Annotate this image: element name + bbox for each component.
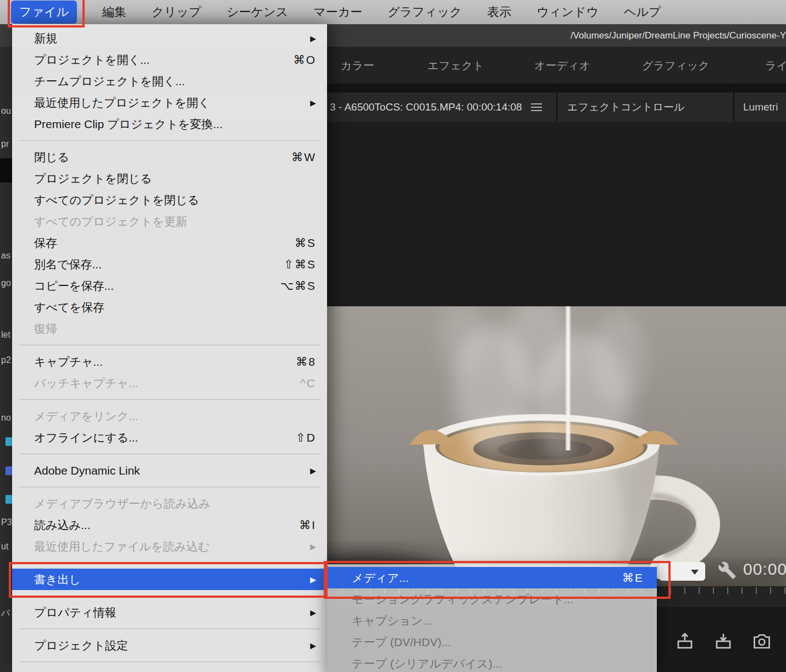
file-menu-item-15: バッチキャプチャ...^C bbox=[12, 372, 327, 394]
file-menu-item-21: 最近使用したファイルを読み込む▶ bbox=[12, 536, 327, 557]
submenu-arrow-icon: ▶ bbox=[310, 641, 316, 650]
file-menu-item-5[interactable]: 閉じる⌘W bbox=[12, 146, 327, 168]
workspace-tab-4[interactable]: ライ bbox=[765, 58, 786, 73]
submenu-arrow-icon: ▶ bbox=[310, 34, 316, 43]
menu-item-shortcut: ⌘O bbox=[294, 53, 316, 67]
menu-item-shortcut: ⌥⌘S bbox=[280, 279, 316, 293]
menu-item-label: 別名で保存... bbox=[34, 257, 284, 272]
file-menu-item-18[interactable]: Adobe Dynamic Link▶ bbox=[12, 460, 327, 481]
lumetri-tab[interactable]: Lumetri bbox=[743, 101, 778, 113]
submenu-arrow-icon: ▶ bbox=[310, 98, 316, 107]
menubar-item-1[interactable]: 編集 bbox=[102, 4, 126, 20]
file-menu-item-0[interactable]: 新規▶ bbox=[12, 27, 327, 49]
file-menu-item-16: メディアをリンク... bbox=[12, 405, 327, 427]
clip-color-chip bbox=[5, 437, 12, 446]
wrench-icon[interactable] bbox=[718, 561, 737, 580]
file-menu-item-7[interactable]: すべてのプロジェクトを閉じる bbox=[12, 189, 327, 211]
menu-separator bbox=[19, 662, 320, 662]
menu-item-label: 読み込み... bbox=[34, 517, 299, 533]
file-menu-item-6[interactable]: プロジェクトを閉じる bbox=[12, 168, 327, 189]
menu-separator bbox=[19, 399, 320, 400]
workspace-tab-1[interactable]: エフェクト bbox=[428, 58, 484, 73]
file-menu-item-2[interactable]: チームプロジェクトを開く... bbox=[12, 70, 327, 92]
menu-item-shortcut: ⌘I bbox=[299, 519, 316, 532]
menubar-item-0[interactable]: ファイル bbox=[11, 1, 77, 24]
zoom-level-dropdown[interactable] bbox=[659, 562, 705, 581]
menu-item-label: プロジェクト設定 bbox=[34, 638, 301, 653]
menu-separator bbox=[19, 563, 320, 563]
menubar-item-4[interactable]: マーカー bbox=[313, 4, 362, 20]
menubar-item-6[interactable]: 表示 bbox=[487, 4, 511, 20]
clipped-label-fragment: p2 bbox=[1, 355, 11, 365]
menu-item-label: すべてのプロジェクトを更新 bbox=[34, 214, 316, 229]
clipped-label-fragment: as bbox=[1, 251, 10, 261]
file-menu-item-13: 復帰 bbox=[12, 318, 327, 339]
submenu-arrow-icon: ▶ bbox=[310, 542, 316, 551]
menu-separator bbox=[19, 596, 320, 596]
export-submenu-item-0[interactable]: メディア...⌘E bbox=[327, 567, 657, 588]
file-menu-item-19: メディアブラウザーから読み込み bbox=[12, 493, 327, 514]
clipped-label-fragment: no bbox=[1, 413, 11, 423]
menu-separator bbox=[19, 345, 320, 345]
menu-item-label: メディア... bbox=[352, 570, 622, 586]
extract-icon[interactable] bbox=[713, 631, 733, 651]
file-menu: 新規▶プロジェクトを開く...⌘Oチームプロジェクトを開く...最近使用したプロ… bbox=[12, 24, 327, 672]
project-panel-edge: ouprasgoletp2noP3utバ bbox=[0, 47, 12, 672]
menu-item-label: プロジェクトを閉じる bbox=[34, 171, 316, 186]
workspace-tab-3[interactable]: グラフィック bbox=[642, 58, 710, 73]
submenu-arrow-icon: ▶ bbox=[310, 466, 316, 475]
source-monitor-tab[interactable]: 3 - A6500ToCS: C0015.MP4: 00:00:14:08 bbox=[330, 101, 522, 113]
menu-separator bbox=[19, 454, 320, 454]
export-submenu-item-1: モーショングラフィックステンプレート... bbox=[327, 588, 657, 610]
workspace-tab-2[interactable]: オーディオ bbox=[534, 58, 590, 73]
menu-separator bbox=[19, 140, 320, 141]
menu-item-label: モーショングラフィックステンプレート... bbox=[352, 592, 644, 607]
menu-item-shortcut: ⇧D bbox=[296, 431, 316, 444]
menu-item-label: メディアをリンク... bbox=[34, 409, 316, 424]
menubar-item-2[interactable]: クリップ bbox=[152, 4, 201, 20]
lift-icon[interactable] bbox=[675, 631, 695, 651]
export-submenu: メディア...⌘Eモーショングラフィックステンプレート...キャプション...テ… bbox=[327, 564, 657, 672]
file-menu-item-14[interactable]: キャプチャ...⌘8 bbox=[12, 351, 327, 372]
file-menu-item-23[interactable]: プロパティ情報▶ bbox=[12, 602, 327, 623]
clip-color-chip bbox=[5, 466, 12, 475]
file-menu-item-17[interactable]: オフラインにする...⇧D bbox=[12, 427, 327, 448]
menu-item-shortcut: ⌘W bbox=[291, 151, 316, 164]
menubar-item-7[interactable]: ウィンドウ bbox=[536, 4, 599, 20]
clipped-label-fragment: バ bbox=[1, 608, 10, 619]
effect-controls-tab[interactable]: エフェクトコントロール bbox=[567, 100, 684, 114]
menu-item-label: オフラインにする... bbox=[34, 430, 296, 445]
menu-item-shortcut: ⌘E bbox=[622, 571, 644, 585]
file-menu-item-22[interactable]: 書き出し▶ bbox=[12, 569, 327, 590]
file-menu-item-20[interactable]: 読み込み...⌘I bbox=[12, 514, 327, 536]
chevron-down-icon bbox=[691, 570, 699, 575]
menu-item-label: 保存 bbox=[34, 235, 295, 251]
file-menu-item-4[interactable]: Premiere Clip プロジェクトを変換... bbox=[12, 113, 327, 135]
menubar-item-5[interactable]: グラフィック bbox=[388, 4, 462, 20]
menu-item-label: 書き出し bbox=[34, 572, 301, 587]
clipped-label-fragment: ou bbox=[1, 106, 11, 116]
file-menu-item-9[interactable]: 保存⌘S bbox=[12, 232, 327, 254]
clip-color-chip bbox=[5, 495, 12, 504]
menu-item-shortcut: ⇧⌘S bbox=[284, 258, 316, 271]
menubar-item-8[interactable]: ヘルプ bbox=[624, 4, 661, 20]
panel-divider bbox=[733, 84, 734, 122]
file-menu-item-8: すべてのプロジェクトを更新 bbox=[12, 211, 327, 232]
panel-menu-icon[interactable] bbox=[531, 103, 542, 111]
menu-item-label: Premiere Clip プロジェクトを変換... bbox=[34, 117, 316, 132]
clipped-label-fragment: let bbox=[1, 330, 10, 340]
file-menu-item-24[interactable]: プロジェクト設定▶ bbox=[12, 635, 327, 656]
file-menu-item-10[interactable]: 別名で保存...⇧⌘S bbox=[12, 254, 327, 275]
menu-item-label: 最近使用したファイルを読み込む bbox=[34, 539, 301, 554]
file-menu-item-1[interactable]: プロジェクトを開く...⌘O bbox=[12, 49, 327, 70]
file-menu-item-11[interactable]: コピーを保存...⌥⌘S bbox=[12, 275, 327, 296]
project-path: /Volumes/Juniper/DreamLine Projects/Curi… bbox=[571, 30, 786, 41]
selected-row-edge bbox=[0, 158, 12, 183]
menu-item-label: バッチキャプチャ... bbox=[34, 376, 300, 391]
export-submenu-item-3: テープ (DV/HDV)... bbox=[327, 631, 657, 653]
export-frame-icon[interactable] bbox=[752, 631, 772, 651]
file-menu-item-12[interactable]: すべてを保存 bbox=[12, 296, 327, 318]
menubar-item-3[interactable]: シーケンス bbox=[226, 4, 288, 20]
file-menu-item-3[interactable]: 最近使用したプロジェクトを開く▶ bbox=[12, 92, 327, 113]
workspace-tab-0[interactable]: カラー bbox=[341, 58, 374, 73]
